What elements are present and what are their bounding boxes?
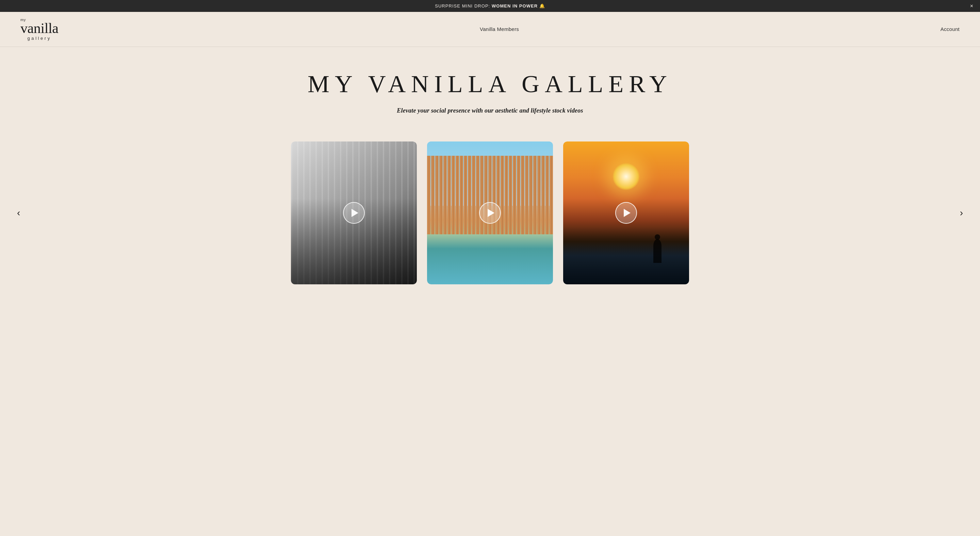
nav-right: Account — [940, 26, 959, 32]
play-icon-3 — [624, 209, 630, 217]
play-button-1[interactable] — [343, 202, 365, 224]
carousel-wrapper: ‹ — [0, 141, 980, 284]
carousel-arrow-right[interactable]: › — [956, 205, 966, 221]
video-card-1[interactable] — [291, 141, 417, 284]
announcement-bar: SURPRISE MINI DROP: WOMEN IN POWER 🔔 × — [0, 0, 980, 12]
play-icon-1 — [352, 209, 358, 217]
nav-members-link[interactable]: Vanilla Members — [480, 26, 519, 32]
announcement-emoji: 🔔 — [539, 3, 545, 8]
logo-vanilla-text: vanilla — [21, 22, 58, 35]
carousel-track — [291, 141, 689, 284]
hero-subtitle: Elevate your social presence with our ae… — [371, 107, 609, 114]
play-button-2[interactable] — [479, 202, 501, 224]
figure-silhouette — [653, 239, 662, 263]
site-header: my vanilla gallery Vanilla Members Accou… — [0, 12, 980, 47]
announcement-prefix: SURPRISE MINI DROP: — [435, 3, 492, 8]
logo[interactable]: my vanilla gallery — [21, 18, 58, 40]
gallery-section: ‹ — [0, 131, 980, 305]
play-icon-2 — [488, 209, 495, 217]
play-button-3[interactable] — [615, 202, 637, 224]
close-announcement-button[interactable]: × — [970, 3, 973, 9]
announcement-text: SURPRISE MINI DROP: WOMEN IN POWER 🔔 — [14, 3, 966, 8]
nav-account-link[interactable]: Account — [940, 26, 959, 32]
nav-center: Vanilla Members — [480, 26, 519, 32]
video-card-2[interactable] — [427, 141, 553, 284]
announcement-bold-text: WOMEN IN POWER — [492, 3, 538, 8]
hero-section: MY VANILLA GALLERY Elevate your social p… — [0, 47, 980, 131]
video-card-3[interactable] — [563, 141, 689, 284]
logo-gallery-text: gallery — [21, 36, 58, 40]
carousel-arrow-left[interactable]: ‹ — [14, 205, 24, 221]
hero-title: MY VANILLA GALLERY — [14, 71, 966, 98]
